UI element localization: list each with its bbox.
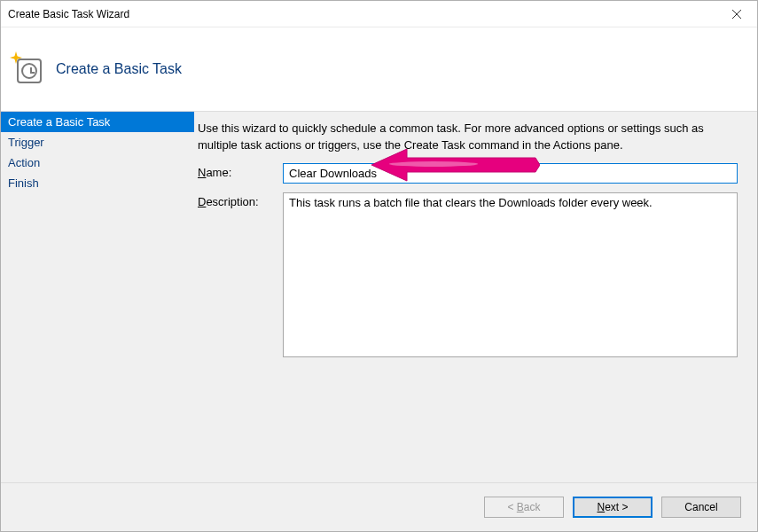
wizard-window: Create Basic Task Wizard Create a Basic … — [0, 0, 758, 532]
name-label: Name: — [198, 163, 283, 179]
cancel-button[interactable]: Cancel — [661, 497, 741, 518]
description-input[interactable]: This task runs a batch file that clears … — [283, 192, 738, 357]
wizard-icon — [12, 53, 43, 85]
close-button[interactable] — [716, 1, 757, 27]
wizard-body: Create a Basic Task Trigger Action Finis… — [1, 112, 757, 482]
back-button: < Back — [484, 497, 564, 518]
wizard-header: Create a Basic Task — [1, 27, 757, 112]
page-title: Create a Basic Task — [56, 61, 182, 77]
wizard-footer: < Back Next > Cancel — [1, 482, 757, 531]
close-icon — [732, 10, 741, 19]
step-trigger[interactable]: Trigger — [1, 132, 194, 153]
name-row: Name: — [198, 163, 738, 184]
step-finish[interactable]: Finish — [1, 173, 194, 193]
intro-text: Use this wizard to quickly schedule a co… — [198, 121, 738, 154]
titlebar: Create Basic Task Wizard — [1, 1, 757, 27]
description-label: Description: — [198, 192, 283, 208]
step-create-basic-task[interactable]: Create a Basic Task — [1, 112, 194, 132]
step-sidebar: Create a Basic Task Trigger Action Finis… — [1, 112, 194, 482]
wizard-main: Use this wizard to quickly schedule a co… — [194, 112, 757, 482]
name-input[interactable] — [283, 163, 738, 184]
window-title: Create Basic Task Wizard — [8, 8, 129, 20]
next-button[interactable]: Next > — [573, 497, 653, 518]
step-action[interactable]: Action — [1, 153, 194, 173]
description-row: Description: This task runs a batch file… — [198, 192, 738, 357]
sparkle-icon — [10, 51, 22, 64]
